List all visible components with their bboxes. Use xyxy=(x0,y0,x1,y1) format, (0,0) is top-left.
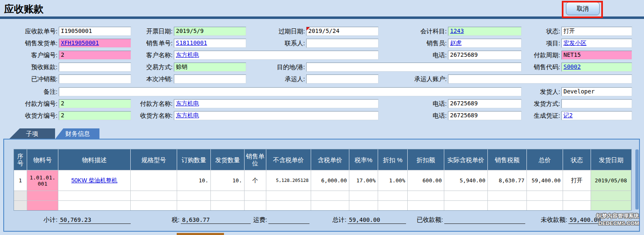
subtotal-label: 小计: xyxy=(4,216,58,224)
carrier-account-field[interactable] xyxy=(448,74,632,84)
consignee-name-link[interactable]: 东方机电 xyxy=(176,112,199,119)
status-label: 状态: xyxy=(499,27,560,36)
due-date-field[interactable]: 2019/5/24 xyxy=(306,27,379,36)
tab-finance-info[interactable]: 财务信息 xyxy=(55,128,99,139)
vertical-scrollbar[interactable] xyxy=(635,149,639,209)
salesperson-label: 销售员: xyxy=(385,39,447,48)
watermark-line2: DEDECMS.COM xyxy=(592,220,639,227)
remarks-label: 备注: xyxy=(0,87,58,96)
salesperson-link[interactable]: 赵虎 xyxy=(450,40,462,46)
cell-unit-price-incl-tax xyxy=(311,191,349,200)
status-field[interactable]: 打开 xyxy=(561,27,632,36)
invoice-date-label: 开票日期: xyxy=(111,27,173,36)
cell-ship-qty: 10. xyxy=(211,170,245,191)
cell-unit-price-excl-tax xyxy=(266,191,311,200)
cell-tax-rate xyxy=(349,191,378,200)
col-header-item-desc: 物料描述 xyxy=(58,149,131,170)
shipper-field[interactable]: Developer xyxy=(561,87,632,96)
receivable-no-label: 应收款单号: xyxy=(0,27,58,36)
cell-tax-rate: 17.00% xyxy=(349,170,378,191)
payer-name-field[interactable]: 东方机电 xyxy=(174,99,379,108)
shipper-label: 发货人: xyxy=(499,87,560,96)
account-subject-link[interactable]: 1243 xyxy=(450,28,464,34)
project-link[interactable]: 宏发小区 xyxy=(563,40,586,46)
contact-person-field[interactable] xyxy=(306,39,379,48)
phone-2-label: 电话: xyxy=(385,99,447,108)
cell-discount-amt xyxy=(408,191,444,200)
project-field[interactable]: 宏发小区 xyxy=(561,39,632,48)
sales-code-field[interactable]: S0002 xyxy=(561,63,632,72)
tab-sub-items[interactable]: 子项 xyxy=(9,128,55,139)
shipping-method-label: 发货方式: xyxy=(499,99,560,108)
destination-port-field[interactable] xyxy=(306,63,522,72)
sales-code-label: 销售代码: xyxy=(499,63,560,72)
payer-name-link[interactable]: 东方机电 xyxy=(176,100,199,107)
grid-header-row: 序号物料号物料描述规格型号订购数量发货数量销售单位不含税单价含税单价税率%折扣 … xyxy=(14,149,631,170)
col-header-unit-price-incl-tax: 含税单价 xyxy=(311,149,349,170)
consignee-no-label: 收货方编号: xyxy=(0,111,58,120)
grid-row-2 xyxy=(14,191,631,200)
cell-item-desc xyxy=(58,191,131,200)
sales-order-no-field[interactable]: S18110001 xyxy=(174,39,246,48)
customer-no-label: 客户编号: xyxy=(0,51,58,60)
account-subject-label: 会计科目: xyxy=(385,27,447,36)
note-marker-icon xyxy=(307,27,310,30)
total-label: 总计: xyxy=(293,216,346,224)
sales-code-link[interactable]: S0002 xyxy=(563,63,581,70)
cell-ship-date: 2019/05/08 xyxy=(591,170,631,191)
invoice-date-field[interactable]: 2019/5/9 xyxy=(174,27,246,36)
cell-item-no xyxy=(27,191,58,200)
sales-order-no-link[interactable]: S18110001 xyxy=(176,40,207,46)
sales-delivery-order-link[interactable]: XFH19050001 xyxy=(61,40,99,46)
col-header-sales-unit: 销售单位 xyxy=(245,149,266,170)
col-header-item-no: 物料号 xyxy=(27,149,58,170)
grid-row-3 xyxy=(14,200,631,210)
cancel-button[interactable]: 取消 xyxy=(566,2,600,15)
payer-name-label: 付款方名称: xyxy=(111,99,173,108)
item-desc-link[interactable]: 50KW 柴油机整机 xyxy=(71,177,117,184)
trade-mode-label: 交易方式: xyxy=(111,63,173,72)
col-header-discount-pct: 折扣 % xyxy=(378,149,408,170)
customer-name-field[interactable]: 东方机电 xyxy=(174,51,379,60)
consignee-name-field[interactable]: 东方机电 xyxy=(174,111,379,120)
received-amount-value xyxy=(444,216,525,224)
col-header-tax-rate: 税率% xyxy=(349,149,378,170)
cell-status: 打开 xyxy=(563,170,591,191)
cell-discount-pct: 1.00% xyxy=(378,170,408,191)
current-write-off-field[interactable] xyxy=(174,74,246,84)
cell-item-no xyxy=(27,200,58,210)
col-header-ship-date: 发货日期 xyxy=(591,149,631,170)
cell-seq xyxy=(14,191,27,200)
generated-voucher-link[interactable]: 记2 xyxy=(563,112,572,119)
unreceived-amount-label: 未收款额: xyxy=(514,216,567,224)
payment-terms-field[interactable]: NET15 xyxy=(561,51,632,60)
shipping-method-field[interactable] xyxy=(561,99,632,108)
trade-mode-field[interactable]: 赊销 xyxy=(174,63,246,72)
cell-actual-unit-price-incl-tax xyxy=(444,191,488,200)
cell-seq: 1 xyxy=(14,170,27,191)
payer-no-label: 付款方编号: xyxy=(0,99,58,108)
freight-label: 运费: xyxy=(214,216,267,224)
destination-port-label: 目的地/港: xyxy=(243,63,305,72)
sales-order-no-label: 销售单号: xyxy=(111,39,173,48)
col-header-actual-unit-price-incl-tax: 实际含税单价 xyxy=(444,149,488,170)
accounts-receivable-screen: 应收账款 取消 应收款单号:I19050001开票日期:2019/5/9过期日期… xyxy=(0,0,644,235)
col-header-ship-qty: 发货数量 xyxy=(211,149,245,170)
col-header-discount-amt: 折扣额 xyxy=(408,149,444,170)
cell-sales-tax xyxy=(488,200,527,210)
cell-actual-unit-price-incl-tax xyxy=(444,200,488,210)
cell-unit-price-excl-tax: 5,128.205128 xyxy=(266,170,311,191)
generated-voucher-field[interactable]: 记2 xyxy=(561,111,632,120)
carrier-field[interactable] xyxy=(306,74,379,84)
customer-name-link[interactable]: 东方机电 xyxy=(176,51,199,58)
cell-spec-model xyxy=(131,200,177,210)
col-header-unit-price-excl-tax: 不含税单价 xyxy=(266,149,311,170)
grid-row-1: 11.01.01.00150KW 柴油机整机10.10.个5,128.20512… xyxy=(14,170,631,191)
cell-status xyxy=(563,191,591,200)
cell-ship-qty xyxy=(211,200,245,210)
cell-spec-model xyxy=(131,191,177,200)
carrier-account-label: 承运人账户: xyxy=(385,74,447,84)
remarks-field[interactable] xyxy=(59,87,522,96)
cell-ship-qty xyxy=(211,191,245,200)
horizontal-scrollbar-thumb[interactable] xyxy=(177,233,224,235)
